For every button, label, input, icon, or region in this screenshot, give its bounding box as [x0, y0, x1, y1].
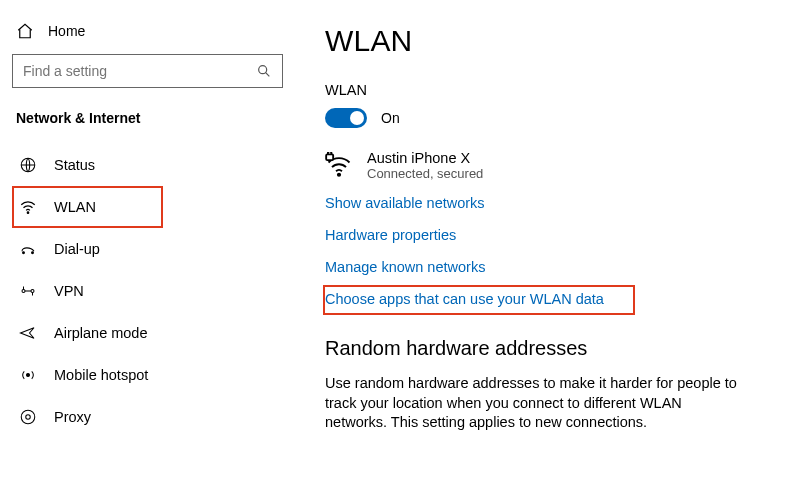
link-choose-apps[interactable]: Choose apps that can use your WLAN data: [325, 291, 604, 307]
sidebar-item-label: VPN: [54, 283, 84, 299]
settings-sidebar: Home Network & Internet Status WLAN Dial…: [0, 0, 295, 500]
random-addresses-body: Use random hardware addresses to make it…: [325, 374, 745, 433]
home-icon: [16, 22, 34, 40]
svg-point-14: [338, 173, 340, 175]
toggle-state-label: On: [381, 110, 400, 126]
connection-status: Connected, secured: [367, 166, 483, 181]
svg-point-12: [21, 410, 35, 424]
globe-icon: [18, 156, 38, 174]
hotspot-icon: [18, 366, 38, 384]
sidebar-item-label: Mobile hotspot: [54, 367, 148, 383]
svg-point-11: [27, 374, 30, 377]
sidebar-item-vpn[interactable]: VPN: [12, 270, 283, 312]
svg-point-5: [32, 252, 34, 254]
vpn-icon: [18, 282, 38, 300]
sidebar-item-dialup[interactable]: Dial-up: [12, 228, 283, 270]
svg-point-3: [27, 212, 29, 214]
svg-line-1: [266, 73, 270, 77]
sidebar-item-label: Dial-up: [54, 241, 100, 257]
search-input[interactable]: [23, 63, 256, 79]
svg-point-0: [259, 66, 267, 74]
search-icon: [256, 63, 272, 79]
sidebar-item-wlan[interactable]: WLAN: [12, 186, 283, 228]
wifi-lock-icon: [325, 152, 353, 180]
sidebar-item-label: Status: [54, 157, 95, 173]
wifi-icon: [18, 198, 38, 216]
search-input-container[interactable]: [12, 54, 283, 88]
airplane-icon: [18, 324, 38, 342]
svg-point-6: [22, 290, 25, 293]
wlan-toggle[interactable]: [325, 108, 367, 128]
toggle-section-label: WLAN: [325, 82, 770, 98]
sidebar-item-hotspot[interactable]: Mobile hotspot: [12, 354, 283, 396]
sidebar-item-proxy[interactable]: Proxy: [12, 396, 283, 438]
dialup-icon: [18, 240, 38, 258]
link-hardware-properties[interactable]: Hardware properties: [325, 227, 456, 243]
connection-text: Austin iPhone X Connected, secured: [367, 150, 483, 181]
random-addresses-heading: Random hardware addresses: [325, 337, 770, 360]
sidebar-item-label: Airplane mode: [54, 325, 148, 341]
sidebar-item-airplane[interactable]: Airplane mode: [12, 312, 283, 354]
svg-point-4: [23, 252, 25, 254]
link-manage-known-networks[interactable]: Manage known networks: [325, 259, 485, 275]
connection-name: Austin iPhone X: [367, 150, 483, 166]
current-connection[interactable]: Austin iPhone X Connected, secured: [325, 150, 770, 181]
home-label: Home: [48, 23, 85, 39]
home-nav[interactable]: Home: [12, 18, 283, 54]
svg-rect-15: [326, 154, 333, 160]
sidebar-item-status[interactable]: Status: [12, 144, 283, 186]
page-title: WLAN: [325, 24, 770, 58]
proxy-icon: [18, 408, 38, 426]
svg-point-13: [26, 415, 31, 420]
link-show-networks[interactable]: Show available networks: [325, 195, 485, 211]
link-choose-apps-wrap: Choose apps that can use your WLAN data: [325, 291, 770, 309]
category-title: Network & Internet: [12, 110, 283, 126]
svg-point-7: [31, 290, 34, 293]
sidebar-item-label: WLAN: [54, 199, 96, 215]
sidebar-item-label: Proxy: [54, 409, 91, 425]
wlan-toggle-row: On: [325, 108, 770, 128]
main-panel: WLAN WLAN On Austin iPhone X Connected, …: [295, 0, 800, 500]
